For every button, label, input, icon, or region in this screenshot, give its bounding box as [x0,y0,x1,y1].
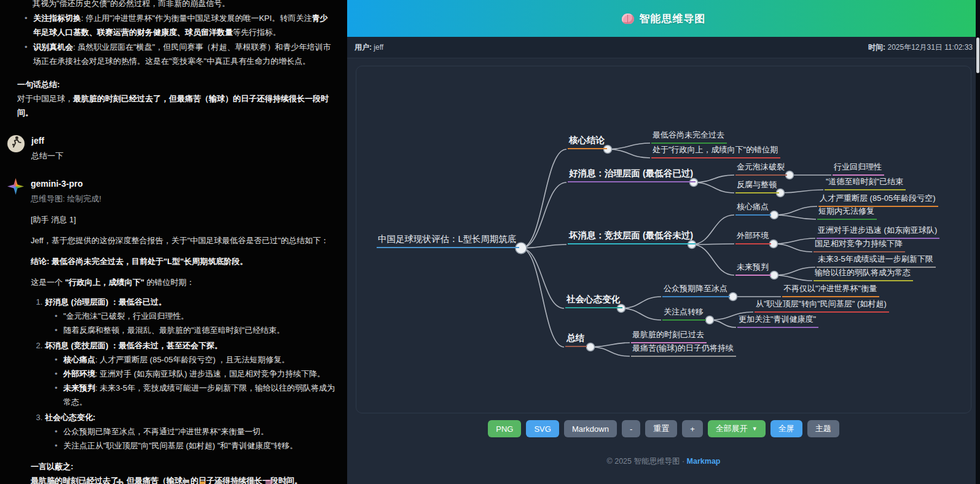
export-markdown-button[interactable]: Markdown [564,420,617,437]
sub-item: 未来预判: 未来3-5年，竞技成绩可能进一步刷新下限，输给以往的弱队将成为常态。 [53,381,337,409]
mindmap-node[interactable]: 未来预判 [735,262,771,276]
clock-icon[interactable]: ◔ [98,475,108,484]
mindmap-node[interactable]: 核心痛点 [735,201,771,216]
mindmap-node[interactable]: 最肮脏的时刻已过去 [631,329,707,343]
report-bullet: 识别真机会: 虽然职业层面在"横盘"，但民间赛事（村超、草根联赛）和青少年培训市… [23,40,335,68]
mindmap-node[interactable]: 不再仅以"冲进世界杯"衡量 [782,283,879,297]
apps-icon[interactable]: ▦ [264,475,273,484]
file-icon[interactable]: ▥ [231,475,240,484]
mindmap-node[interactable]: 处于"行政向上，成绩向下"的错位期 [651,144,780,158]
grid-icon[interactable]: ⊞ [248,475,257,484]
add-icon[interactable]: ✛ [281,475,290,484]
sub-item: 随着反腐和整顿，最混乱、最肮脏的"道德至暗时刻"已经结束。 [53,323,337,337]
mindmap-node[interactable]: 金元泡沫破裂 [735,162,787,176]
mindmap-node[interactable]: 输给以往的弱队将成为常态 [813,267,913,281]
mindmap-node[interactable]: 核心结论 [568,135,607,149]
sub-item: 外部环境: 亚洲对手 (如东南亚球队) 进步迅速，国足相对竞争力持续下降。 [53,367,337,381]
mindmap-node[interactable]: 国足相对竞争力持续下降 [813,238,905,252]
package-icon[interactable]: ⬒ [181,475,190,484]
mindmap-node[interactable]: 总结 [565,332,587,347]
mindmap-node[interactable]: 未来3-5年成绩或进一步刷新下限 [817,254,936,268]
zoom-out-button[interactable]: - [622,420,640,437]
mindmap-node[interactable]: 社会心态变化 [565,294,622,308]
mindmap-node[interactable]: 公众预期降至冰点 [662,283,730,297]
mindmap-node-dot[interactable] [587,343,595,351]
assistant-numbered-list: 好消息 (治理层面) ：最低谷已过。 "金元泡沫"已破裂，行业回归理性。 随着反… [34,295,337,453]
mindmap-node[interactable]: 最痛苦(输球)的日子仍将持续 [631,343,736,357]
mindmap-node[interactable]: 短期内无法修复 [817,206,877,220]
user-message-text: 总结一下 [31,149,337,163]
gemini-star-icon [7,178,24,195]
mindmap-link [774,267,815,275]
fullscreen-button[interactable]: 全屏 [770,420,802,437]
refresh-icon[interactable]: ↻ [165,475,174,484]
mindmap-link [774,244,812,252]
user-icon[interactable]: ◉ [214,475,224,484]
mindmap-link [590,343,630,347]
mindmap-link [774,206,817,215]
mindmap-node-dot[interactable] [770,271,778,279]
mindmap-node[interactable]: 外部环境 [735,230,771,244]
mindmap-link [774,215,816,219]
user-avatar[interactable] [7,135,25,152]
mindmap-node[interactable]: 亚洲对手进步迅速 (如东南亚球队) [817,225,939,239]
scrollbar-thumb[interactable] [976,37,979,73]
pencil-icon[interactable]: ✎ [32,475,41,484]
report-bullet: 关注指标切换: 停止用"冲进世界杯"作为衡量中国足球发展的唯一KPI。转而关注青… [23,11,335,39]
clipboard-icon[interactable]: ▣ [49,475,58,484]
page-scrollbar[interactable] [976,0,980,484]
save-icon[interactable]: ▢ [131,475,141,484]
chat-input-toolbar: ✎▣◧▤◔✚▢◯↻⬒▰◉▥⊞▦✛ [32,475,290,484]
app-title: 智能思维导图 [640,12,706,26]
theme-button[interactable]: 主题 [807,420,839,437]
mindmap-layer: 中国足球现状评估：L型长周期筑底核心结论最低谷尚未完全过去处于"行政向上，成绩向… [350,66,955,413]
mindmap-node[interactable]: 更加关注"青训健康度" [737,314,818,328]
mindmap-node[interactable]: 反腐与整顿 [735,179,779,193]
mindmap-app: 智能思维导图 用户: jeff 时间: 2025年12月31日 11:02:33… [347,0,980,484]
record-icon[interactable]: ◯ [148,475,157,484]
mindmap-node[interactable]: 坏消息：竞技层面 (最低谷未过) [568,230,696,244]
soccer-player-icon [9,135,23,152]
speaker-icon[interactable]: ◧ [65,475,74,484]
assistant-closing-title: 一言以蔽之: [31,459,337,474]
chevron-down-icon: ▼ [752,426,758,432]
export-svg-button[interactable]: SVG [526,420,559,437]
sub-item: 核心痛点: 人才严重断层 (85-05年龄段亏空) ，且无法短期修复。 [53,353,337,367]
mindmap-node[interactable]: 好消息：治理层面 (最低谷已过) [568,168,696,182]
app-footer: © 2025 智能思维导图 · Markmap [347,456,980,467]
mindmap-node[interactable]: "道德至暗时刻"已结束 [825,176,906,190]
mindmap-link [521,149,566,248]
markmap-link[interactable]: Markmap [687,457,721,466]
mindmap-node[interactable]: 最低谷尚未完全过去 [651,130,727,144]
mindmap-canvas[interactable]: 中国足球现状评估：L型长周期筑底核心结论最低谷尚未完全过去处于"行政向上，成绩向… [356,66,971,413]
mindmap-link [692,244,734,275]
user-name: jeff [31,135,337,146]
image-icon[interactable]: ▤ [82,475,91,484]
mindmap-node-dot[interactable] [706,316,714,324]
brain-icon [622,14,634,24]
mindmap-node[interactable]: 关注点转移 [662,306,706,321]
folder-icon[interactable]: ▰ [198,475,207,484]
plus-tool-icon[interactable]: ✚ [115,475,124,484]
chat-panel: 其视为"偿还历史欠债"的必然过程，而非新的崩盘信号。 关注指标切换: 停止用"冲… [0,0,347,484]
mindmap-link [774,238,815,244]
mindmap-link [608,149,650,158]
mindmap-node[interactable]: 从"职业顶层"转向"民间基层" (如村超) [755,299,889,313]
zoom-in-button[interactable]: + [682,420,703,437]
sub-item: 关注点正从"职业顶层"向"民间基层 (如村超) "和"青训健康度"转移。 [53,439,337,453]
mindmap-node[interactable]: 行业回归理性 [833,162,884,176]
assistant-conclusion: 结论: 最低谷尚未完全过去，目前处于"L型"长周期筑底阶段。 [31,254,337,268]
list-item: 社会心态变化: 公众预期已降至冰点，不再通过"冲进世界杯"来衡量一切。 关注点正… [45,410,337,453]
export-png-button[interactable]: PNG [488,420,521,437]
mindmap-node-dot[interactable] [770,211,778,219]
expand-all-button[interactable]: 全部展开▼ [708,420,766,437]
report-summary: 对于中国足球，最肮脏的时刻已经过去了，但最痛苦（输球）的日子还得持续很长一段时间… [17,92,335,120]
assistant-period-line: 这是一个 "行政向上，成绩向下" 的错位时期： [31,275,337,289]
time-label: 时间: 2025年12月31日 11:02:33 [868,42,973,53]
sub-item: 公众预期已降至冰点，不再通过"冲进世界杯"来衡量一切。 [53,424,337,439]
assistant-tag: [助手 消息 1] [31,213,337,227]
mindmap-node[interactable]: 中国足球现状评估：L型长周期筑底 [377,233,519,248]
mindmap-node-dot[interactable] [729,293,737,301]
reset-button[interactable]: 重置 [645,420,677,437]
mindmap-node[interactable]: 人才严重断层 (85-05年龄段亏空) [818,193,938,207]
